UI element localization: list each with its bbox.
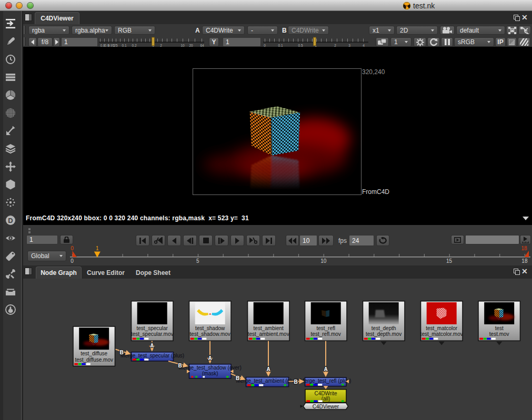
svg-text:18: 18 bbox=[521, 245, 527, 251]
svg-text:test_diffuse.mov: test_diffuse.mov bbox=[75, 357, 113, 363]
svg-text:test: test bbox=[495, 325, 504, 331]
svg-text:test_ambient.mov: test_ambient.mov bbox=[248, 331, 289, 337]
svg-text:5: 5 bbox=[196, 258, 199, 264]
svg-text:A: A bbox=[266, 366, 270, 372]
svg-text:test_specular.mov: test_specular.mov bbox=[131, 331, 174, 337]
svg-text:1: 1 bbox=[96, 245, 99, 251]
svg-text:B: B bbox=[119, 350, 123, 355]
svg-text:(all): (all) bbox=[322, 396, 330, 402]
svg-text:C4DViewer: C4DViewer bbox=[313, 404, 339, 409]
svg-text:test_depth: test_depth bbox=[372, 325, 396, 331]
svg-text:Merge_test_refl (plus): Merge_test_refl (plus) bbox=[300, 378, 351, 384]
svg-text:test_diffuse: test_diffuse bbox=[81, 351, 107, 356]
svg-text:A: A bbox=[150, 343, 154, 349]
svg-text:test_depth.mov: test_depth.mov bbox=[366, 331, 401, 337]
svg-text:B: B bbox=[178, 363, 182, 368]
svg-text:test_refl: test_refl bbox=[316, 325, 335, 331]
svg-text:test_refl.mov: test_refl.mov bbox=[311, 331, 341, 337]
svg-text:test_matcolor.mov: test_matcolor.mov bbox=[420, 331, 463, 337]
svg-text:test_shadow.mov: test_shadow.mov bbox=[190, 331, 230, 337]
svg-text:Merge_test_shadow (over): Merge_test_shadow (over) bbox=[179, 365, 242, 371]
svg-text:A: A bbox=[208, 355, 212, 361]
svg-text:18: 18 bbox=[521, 258, 528, 264]
svg-text:D: D bbox=[8, 217, 13, 224]
svg-text:320,240: 320,240 bbox=[362, 68, 385, 76]
svg-text:B: B bbox=[294, 379, 297, 385]
svg-text:test.mov: test.mov bbox=[489, 331, 509, 337]
svg-text:C4DWrite: C4DWrite bbox=[314, 391, 337, 396]
svg-text:FromC4D: FromC4D bbox=[362, 188, 389, 196]
svg-text:Merge_test_ambient (plus): Merge_test_ambient (plus) bbox=[236, 378, 299, 384]
svg-text:test_shadow: test_shadow bbox=[195, 325, 225, 331]
svg-text:B: B bbox=[236, 375, 239, 381]
svg-text:10: 10 bbox=[320, 258, 327, 264]
svg-text:(mask): (mask) bbox=[202, 371, 218, 376]
svg-text:15: 15 bbox=[446, 258, 453, 264]
svg-text:test_specular: test_specular bbox=[136, 325, 168, 331]
svg-text:0: 0 bbox=[71, 258, 74, 264]
svg-text:test_matcolor: test_matcolor bbox=[426, 325, 458, 331]
svg-text:test_ambient: test_ambient bbox=[254, 325, 284, 331]
svg-text:0: 0 bbox=[71, 245, 74, 251]
svg-text:A: A bbox=[324, 366, 327, 372]
